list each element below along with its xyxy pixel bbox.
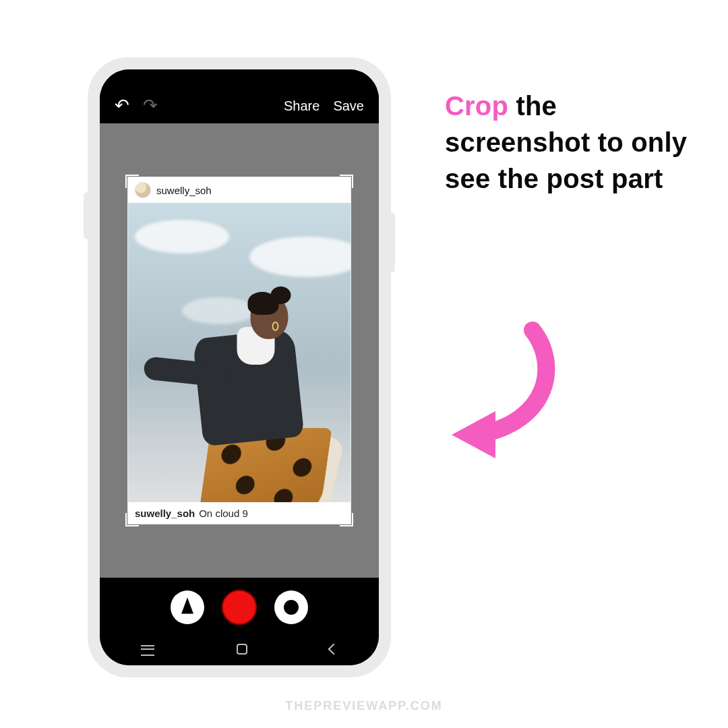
watermark-text: THEPREVIEWAPP.COM <box>285 699 443 713</box>
tool-row <box>100 578 379 637</box>
nav-recents-icon[interactable] <box>141 648 154 650</box>
person-illustration <box>158 260 340 502</box>
nav-back-icon[interactable] <box>328 644 340 655</box>
pen-tool-icon[interactable] <box>171 590 204 624</box>
instruction-text: Crop the screenshot to only see the post… <box>445 88 688 197</box>
phone-frame: ↶ ↷ Share Save suwelly_soh <box>88 57 391 677</box>
crop-selection[interactable]: suwelly_soh <box>128 177 351 524</box>
share-button[interactable]: Share <box>284 98 320 114</box>
crop-handle-top-right[interactable] <box>340 175 353 188</box>
save-button[interactable]: Save <box>333 98 364 114</box>
crop-handle-bottom-right[interactable] <box>340 513 353 526</box>
instruction-accent-word: Crop <box>445 91 508 121</box>
crop-handle-bottom-left[interactable] <box>125 513 139 526</box>
cloud-shape <box>135 220 229 253</box>
caption-text: On cloud 9 <box>199 508 248 519</box>
arrow-icon <box>431 317 580 465</box>
bun-shape <box>271 286 291 304</box>
crop-canvas[interactable]: suwelly_soh <box>100 123 379 578</box>
post-image <box>128 203 351 502</box>
phone-notch <box>175 69 303 88</box>
caption-username: suwelly_soh <box>135 508 195 519</box>
capture-dot-icon[interactable] <box>274 590 308 624</box>
crop-handle-top-left[interactable] <box>125 175 139 188</box>
earring-shape <box>272 322 279 331</box>
android-nav-bar <box>100 637 379 665</box>
editor-bottombar <box>100 578 379 665</box>
post-username: suwelly_soh <box>156 185 212 196</box>
post-header: suwelly_soh <box>128 177 351 203</box>
post-caption-row: suwelly_soh On cloud 9 <box>128 502 351 524</box>
record-button[interactable] <box>222 590 257 625</box>
phone-screen: ↶ ↷ Share Save suwelly_soh <box>100 69 379 665</box>
undo-icon[interactable]: ↶ <box>115 96 129 114</box>
nav-home-icon[interactable] <box>237 644 247 655</box>
redo-icon[interactable]: ↷ <box>143 96 158 114</box>
